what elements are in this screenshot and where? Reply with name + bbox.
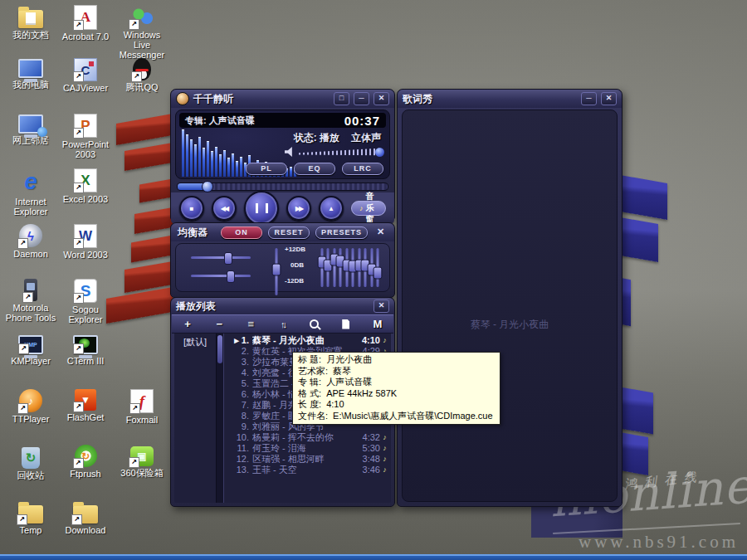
lyrics-titlebar[interactable]: 歌词秀 ─ ✕ bbox=[398, 90, 622, 108]
scrollbar-thumb[interactable] bbox=[217, 335, 222, 363]
volume-control[interactable] bbox=[285, 147, 382, 157]
shortcut-arrow-icon: ↗ bbox=[129, 457, 139, 468]
shortcut-arrow-icon: ↗ bbox=[73, 20, 84, 31]
desktop-icon-label: Internet Explorer bbox=[5, 197, 56, 217]
desktop-icon-label: 回收站 bbox=[5, 470, 56, 480]
tencent-qq-icon: ↗ bbox=[133, 58, 151, 80]
surround-slider[interactable] bbox=[191, 275, 251, 277]
playlist-track[interactable]: ▸ 1.蔡琴 - 月光小夜曲4:10♪ bbox=[227, 335, 389, 346]
shortcut-arrow-icon: ↗ bbox=[73, 402, 84, 412]
acrobat-icon: A↗ bbox=[74, 5, 97, 30]
stop-button[interactable]: ■ bbox=[179, 196, 204, 221]
album-strip: 专辑: 人声试音碟 00:37 bbox=[179, 113, 386, 128]
volume-track[interactable] bbox=[299, 148, 382, 157]
add-icon[interactable]: + bbox=[179, 318, 196, 330]
player-titlebar[interactable]: 千千静听 □ ─ ✕ bbox=[171, 90, 394, 108]
desktop-icon-360-safe-box[interactable]: ▣↗360保险箱 bbox=[116, 445, 168, 478]
surround-thumb[interactable] bbox=[227, 270, 235, 283]
volume-knob[interactable] bbox=[375, 148, 384, 157]
sogou-explorer-icon: S↗ bbox=[74, 279, 97, 303]
download-icon: ↗ bbox=[73, 505, 98, 523]
desktop-icon-windows-live-messenger[interactable]: ↗Windows Live Messenger bbox=[116, 5, 168, 60]
my-documents-icon bbox=[18, 10, 43, 28]
shortcut-arrow-icon: ↗ bbox=[73, 343, 84, 354]
list-icon[interactable]: ≡ bbox=[242, 318, 259, 330]
eq-presets-button[interactable]: PRESETS bbox=[315, 226, 368, 239]
desktop-icon-ttplayer[interactable]: ♪↗TTPlayer bbox=[5, 389, 56, 424]
desktop-icon-recycle-bin[interactable]: ↻回收站 bbox=[5, 445, 56, 480]
sort-icon[interactable]: ↑↓ bbox=[274, 319, 290, 329]
status-playing: 状态: 播放 bbox=[294, 131, 339, 145]
desktop-icon-cterm-iii[interactable]: ↗CTerm III bbox=[60, 334, 111, 366]
remove-icon[interactable]: − bbox=[211, 318, 227, 330]
lyrics-current-line: 蔡琴 - 月光小夜曲 bbox=[403, 318, 617, 332]
cajviewer-icon: C↗ bbox=[74, 58, 97, 81]
transport-controls: ■ ◀◀ ▶▶ ▲ ♪ 音乐窗 bbox=[171, 192, 394, 224]
motorola-phone-tools-icon: ↗ bbox=[24, 279, 37, 301]
seek-bar[interactable] bbox=[177, 183, 388, 191]
search-icon[interactable] bbox=[306, 319, 323, 329]
kmplayer-icon: KMP↗ bbox=[18, 335, 43, 354]
eq-on-button[interactable]: ON bbox=[221, 226, 262, 239]
tooltip-row: 格 式:APE 44kHz 587K bbox=[298, 388, 495, 400]
balance-thumb[interactable] bbox=[224, 252, 232, 265]
desktop-icon-powerpoint-2003[interactable]: P↗PowerPoint 2003 bbox=[60, 114, 111, 159]
playlist-titlebar[interactable]: 播放列表 ✕ bbox=[171, 298, 394, 314]
seek-thumb[interactable] bbox=[202, 181, 213, 192]
desktop-icon-word-2003[interactable]: W↗Word 2003 bbox=[60, 224, 111, 260]
music-window-button[interactable]: ♪ 音乐窗 bbox=[351, 201, 386, 216]
desktop-icon-sogou-explorer[interactable]: S↗Sogou Explorer bbox=[60, 279, 111, 324]
playlist-track[interactable]: 12.区瑞强 - 相思河畔3:48♪ bbox=[227, 454, 389, 465]
desktop-icon-daemon[interactable]: ϟ↗Daemon bbox=[5, 224, 56, 259]
ftprush-icon: ↻↗ bbox=[75, 445, 97, 467]
lyrics-minimize-button[interactable]: ─ bbox=[581, 92, 597, 105]
playlist-track[interactable]: 10.杨曼莉 - 挥不去的你4:32♪ bbox=[227, 432, 389, 443]
preamp-slider[interactable] bbox=[272, 248, 280, 295]
mode-icon[interactable]: M bbox=[369, 318, 386, 330]
pause-button[interactable] bbox=[244, 191, 279, 226]
desktop-icon-download[interactable]: ↗Download bbox=[60, 500, 111, 535]
desktop-icon-my-documents[interactable]: 我的文档 bbox=[5, 5, 56, 40]
eq-reset-button[interactable]: RESET bbox=[268, 226, 310, 239]
desktop-icon-flashget[interactable]: ▼↗FlashGet bbox=[60, 389, 111, 422]
eq-band-3[interactable] bbox=[331, 248, 338, 287]
balance-slider[interactable] bbox=[191, 256, 251, 259]
desktop-icon-network-places[interactable]: 网上邻居 bbox=[5, 114, 56, 145]
desktop-icon-foxmail[interactable]: f↗Foxmail bbox=[116, 389, 168, 425]
preamp-thumb[interactable] bbox=[271, 264, 281, 276]
minimize-button[interactable]: ─ bbox=[354, 92, 369, 105]
equalizer-toggle-button[interactable]: EQ bbox=[294, 163, 335, 175]
playlist-track[interactable]: 13.王菲 - 天空3:46♪ bbox=[227, 465, 389, 475]
equalizer-titlebar[interactable]: 均衡器 ON RESET PRESETS ✕ bbox=[171, 223, 394, 241]
desktop-icon-kmplayer[interactable]: KMP↗KMPlayer bbox=[5, 334, 56, 366]
lyrics-close-button[interactable]: ✕ bbox=[601, 92, 617, 105]
rollup-button[interactable]: □ bbox=[334, 92, 349, 105]
desktop-icon-temp[interactable]: ↗Temp bbox=[5, 500, 56, 535]
desktop-icon-motorola-phone-tools[interactable]: ↗Motorola Phone Tools bbox=[5, 279, 56, 323]
playlist-toggle-button[interactable]: PL bbox=[246, 163, 287, 175]
close-button[interactable]: ✕ bbox=[374, 92, 389, 105]
desktop-icon-cajviewer[interactable]: C↗CAJViewer bbox=[60, 58, 111, 93]
desktop-icon-my-computer[interactable]: 我的电脑 bbox=[5, 58, 56, 90]
file-icon[interactable] bbox=[338, 319, 354, 329]
desktop-icon-internet-explorer[interactable]: eInternet Explorer bbox=[5, 168, 56, 217]
eq-close-button[interactable]: ✕ bbox=[374, 226, 388, 238]
desktop-icon-acrobat[interactable]: A↗Acrobat 7.0 bbox=[60, 5, 111, 41]
eq-band-10[interactable] bbox=[375, 248, 382, 287]
playlist-track[interactable]: 11.何玉玲 - 泪海5:30♪ bbox=[227, 443, 389, 454]
playlist-toolbar: +−≡↑↓M bbox=[172, 314, 393, 334]
desktop-icon-ftprush[interactable]: ↻↗Ftprush bbox=[60, 445, 111, 479]
eject-button[interactable]: ▲ bbox=[319, 196, 344, 221]
previous-button[interactable]: ◀◀ bbox=[212, 196, 237, 221]
tooltip-row: 文件名:E:\Music\惠威人声试音碟\CDImage.cue bbox=[298, 411, 495, 422]
desktop-icon-tencent-qq[interactable]: ↗腾讯QQ bbox=[116, 58, 168, 92]
desktop-icon-label: Ftprush bbox=[60, 469, 111, 479]
playlist-group-label[interactable]: [默认] bbox=[174, 334, 216, 503]
lyrics-title: 歌词秀 bbox=[403, 92, 432, 106]
desktop-icon-excel-2003[interactable]: X↗Excel 2003 bbox=[60, 168, 111, 204]
taskbar-edge[interactable] bbox=[0, 554, 747, 560]
playlist-close-button[interactable]: ✕ bbox=[374, 299, 389, 313]
next-button[interactable]: ▶▶ bbox=[286, 196, 311, 221]
lyrics-toggle-button[interactable]: LRC bbox=[342, 163, 383, 175]
playlist-scrollbar[interactable] bbox=[216, 334, 224, 503]
